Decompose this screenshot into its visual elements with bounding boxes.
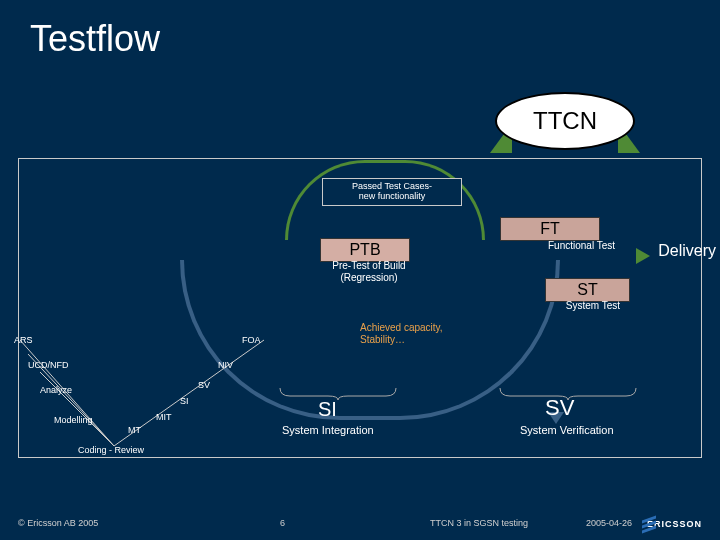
v-node-mt: MT (128, 425, 141, 435)
page-title: Testflow (30, 18, 160, 60)
delivery-arrow-icon (636, 248, 650, 264)
achieved-desc: Achieved capacity, Stability… (360, 322, 470, 346)
v-node-sv: SV (198, 380, 210, 390)
ericsson-stripes-icon (642, 517, 644, 531)
footer: © Ericsson AB 2005 6 TTCN 3 in SGSN test… (0, 506, 720, 540)
delivery-label: Delivery (658, 242, 716, 260)
v-node-ucd: UCD/NFD (28, 360, 69, 370)
footer-date: 2005-04-26 (586, 518, 632, 528)
sv-label: SV (545, 395, 574, 421)
v-node-analyze: Analyze (40, 385, 72, 395)
ft-stage-desc: Functional Test (548, 240, 648, 252)
passed-tests-box: Passed Test Cases- new functionality (322, 178, 462, 206)
v-model-shape (14, 332, 274, 462)
ptb-stage-desc: Pre-Test of Build (Regression) (314, 260, 424, 284)
footer-copyright: © Ericsson AB 2005 (18, 518, 98, 528)
v-node-ars: ARS (14, 335, 33, 345)
v-node-foa: FOA (242, 335, 261, 345)
footer-mid: TTCN 3 in SGSN testing (430, 518, 528, 528)
si-desc: System Integration (282, 424, 374, 436)
st-stage-desc: System Test (553, 300, 633, 312)
v-node-niv: NIV (218, 360, 233, 370)
v-node-coding: Coding - Review (78, 445, 144, 455)
st-stage-box: ST (545, 278, 630, 302)
v-node-mit: MIT (156, 412, 172, 422)
ft-stage-box: FT (500, 217, 600, 241)
footer-page: 6 (280, 518, 285, 528)
si-brace-icon (278, 386, 398, 400)
ttcn-ellipse: TTCN (495, 92, 635, 150)
ptb-stage-box: PTB (320, 238, 410, 262)
ericsson-logo: ERICSSON (642, 516, 702, 532)
sv-desc: System Verification (520, 424, 614, 436)
si-label: SI (318, 398, 337, 421)
v-node-si: SI (180, 396, 189, 406)
v-node-modelling: Modelling (54, 415, 93, 425)
